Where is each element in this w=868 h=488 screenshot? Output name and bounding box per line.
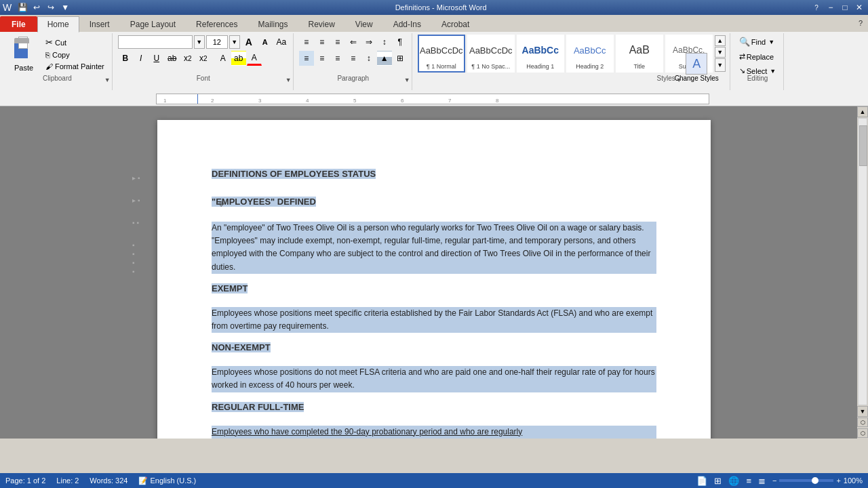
subheading-block: "EMPLOYEES" DEFINED — [212, 197, 656, 214]
zoom-out-btn[interactable]: − — [772, 476, 776, 485]
font-color-btn[interactable]: A — [247, 51, 262, 66]
restore-btn[interactable]: □ — [839, 1, 851, 14]
view-outline-btn[interactable]: ≡ — [746, 476, 751, 486]
paragraph-expand[interactable]: ▼ — [404, 77, 410, 83]
multilevel-btn[interactable]: ≡ — [330, 35, 345, 49]
view-web-btn[interactable]: 🌐 — [728, 476, 739, 486]
style-heading1[interactable]: AaBbCc Heading 1 — [517, 35, 564, 73]
strikethrough-btn[interactable]: ab — [165, 51, 180, 66]
text-effects-btn[interactable]: A — [216, 51, 231, 66]
tab-insert[interactable]: Insert — [79, 16, 120, 32]
clear-formatting-btn[interactable]: Aa — [274, 35, 289, 49]
spell-check-icon: 📝 — [138, 476, 148, 485]
customize-qa-btn[interactable]: ▼ — [59, 1, 71, 14]
save-qa-btn[interactable]: 💾 — [16, 1, 28, 14]
paste-label: Paste — [14, 64, 33, 72]
document-page: ⎆ DEFINITIONS OF EMPLOYEES STATUS "EMPLO… — [157, 120, 711, 439]
scroll-thumb[interactable] — [859, 125, 867, 166]
zoom-control: − + 100% — [772, 476, 863, 485]
tab-file[interactable]: File — [0, 16, 37, 32]
line-spacing-btn[interactable]: ↕ — [361, 51, 376, 66]
font-expand[interactable]: ▼ — [285, 77, 292, 83]
font-size-input[interactable] — [206, 35, 228, 49]
page-up-btn[interactable]: ⬡ — [857, 418, 868, 427]
ribbon-content: Paste ✂ Cut ⎘ Copy 🖌 Format Painter Clip… — [0, 32, 868, 92]
style-normal[interactable]: AaBbCcDc ¶ 1 Normal — [418, 35, 465, 73]
clipboard-group: Paste ✂ Cut ⎘ Copy 🖌 Format Painter Clip… — [3, 33, 113, 90]
bold-btn[interactable]: B — [118, 51, 133, 66]
font-size-dropdown[interactable]: ▼ — [229, 35, 240, 49]
cut-button[interactable]: ✂ Cut — [42, 36, 108, 49]
styles-expand[interactable]: ▼ — [676, 77, 682, 83]
tab-page-layout[interactable]: Page Layout — [120, 16, 186, 32]
regular-fulltime-label: REGULAR FULL-TIME — [212, 402, 304, 412]
tab-review[interactable]: Review — [298, 16, 344, 32]
line-info: Line: 2 — [56, 476, 79, 485]
tab-mailings[interactable]: Mailings — [248, 16, 298, 32]
copy-button[interactable]: ⎘ Copy — [42, 49, 108, 60]
minimize-btn[interactable]: − — [825, 1, 837, 14]
bullets-btn[interactable]: ≡ — [299, 35, 314, 49]
heading-block: DEFINITIONS OF EMPLOYEES STATUS — [212, 169, 656, 187]
tab-acrobat[interactable]: Acrobat — [431, 16, 479, 32]
help-btn[interactable]: ? — [810, 1, 823, 14]
tab-references[interactable]: References — [186, 16, 248, 32]
shading-btn[interactable]: ▲ — [377, 51, 392, 66]
align-right-btn[interactable]: ≡ — [330, 51, 345, 66]
editing-group: 🔍 Find ▼ ⇄ Replace ↘ Select ▼ Editing — [732, 33, 785, 90]
scroll-down-btn[interactable]: ▼ — [857, 406, 868, 417]
close-btn[interactable]: ✕ — [853, 1, 865, 14]
sort-btn[interactable]: ↕ — [377, 35, 392, 49]
subscript-btn[interactable]: x2 — [180, 51, 195, 66]
grow-font-btn[interactable]: A — [241, 35, 256, 49]
undo-qa-btn[interactable]: ↩ — [31, 1, 43, 14]
ribbon-help-btn[interactable]: ? — [853, 16, 868, 32]
align-center-btn[interactable]: ≡ — [315, 51, 330, 66]
copy-icon: ⎘ — [45, 51, 50, 59]
underline-btn[interactable]: U — [149, 51, 164, 66]
paste-button[interactable]: Paste — [7, 35, 41, 74]
decrease-indent-btn[interactable]: ⇐ — [346, 35, 361, 49]
align-left-btn[interactable]: ≡ — [299, 51, 314, 66]
style-no-spacing[interactable]: AaBbCcDc ¶ 1 No Spac... — [467, 35, 515, 73]
clipboard-label: Clipboard — [3, 75, 112, 82]
page-down-btn[interactable]: ⬡ — [857, 428, 868, 438]
document-heading: DEFINITIONS OF EMPLOYEES STATUS — [212, 169, 376, 179]
view-print-btn[interactable]: 📄 — [696, 476, 707, 486]
replace-button[interactable]: ⇄ Replace — [736, 50, 780, 63]
increase-indent-btn[interactable]: ⇒ — [361, 35, 376, 49]
tab-home[interactable]: Home — [37, 16, 79, 33]
redo-qa-btn[interactable]: ↪ — [45, 1, 57, 14]
superscript-btn[interactable]: x2 — [196, 51, 211, 66]
window-title: Definitions - Microsoft Word — [73, 3, 808, 12]
style-heading2[interactable]: AaBbCc Heading 2 — [566, 35, 614, 73]
zoom-in-btn[interactable]: + — [836, 476, 840, 485]
tab-addins[interactable]: Add-Ins — [383, 16, 431, 32]
font-name-dropdown[interactable]: ▼ — [194, 35, 205, 49]
italic-btn[interactable]: I — [134, 51, 149, 66]
styles-up-btn[interactable]: ▲ — [715, 35, 726, 46]
cut-icon: ✂ — [45, 37, 53, 47]
numbering-btn[interactable]: ≡ — [315, 35, 330, 49]
scroll-up-btn[interactable]: ▲ — [857, 106, 868, 117]
highlight-btn[interactable]: ab — [231, 51, 246, 66]
borders-btn[interactable]: ⊞ — [393, 51, 408, 66]
status-bar: Page: 1 of 2 Line: 2 Words: 324 📝 Englis… — [0, 473, 868, 488]
clipboard-expand[interactable]: ▼ — [104, 77, 111, 83]
ribbon-tabs: File Home Insert Page Layout References … — [0, 15, 868, 32]
document-para4: Employees who have completed the 90-day … — [212, 426, 656, 439]
language-indicator[interactable]: 📝 English (U.S.) — [138, 476, 196, 485]
tab-view[interactable]: View — [345, 16, 383, 32]
format-painter-button[interactable]: 🖌 Format Painter — [42, 61, 108, 72]
view-draft-btn[interactable]: ≣ — [758, 476, 766, 486]
cut-copy-col: ✂ Cut ⎘ Copy 🖌 Format Painter — [42, 35, 108, 74]
document-para3: Employees whose positions do not meet FL… — [212, 366, 656, 392]
zoom-slider[interactable] — [779, 479, 833, 482]
font-name-input[interactable] — [118, 35, 193, 49]
show-hide-btn[interactable]: ¶ — [393, 35, 408, 49]
view-fullscreen-btn[interactable]: ⊞ — [714, 476, 722, 486]
find-button[interactable]: 🔍 Find ▼ — [736, 35, 780, 49]
justify-btn[interactable]: ≡ — [346, 51, 361, 66]
shrink-font-btn[interactable]: A — [258, 35, 273, 49]
style-title[interactable]: AaB Title — [616, 35, 663, 73]
